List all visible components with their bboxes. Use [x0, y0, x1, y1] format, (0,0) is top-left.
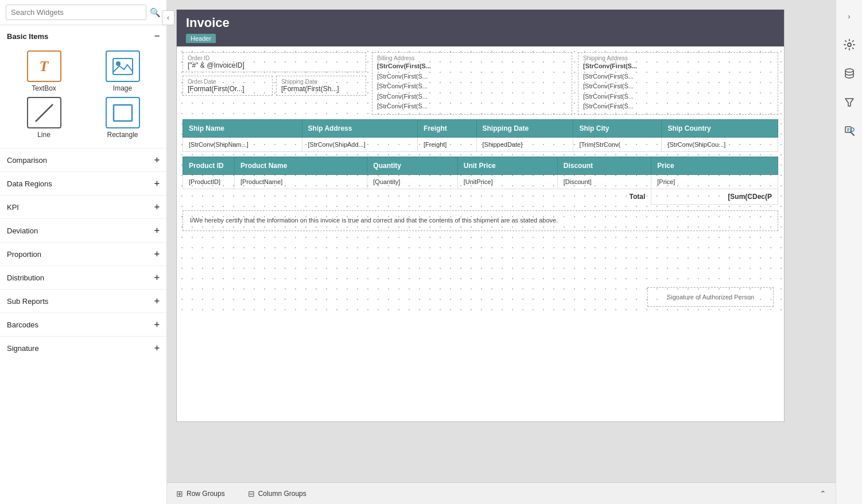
svg-marker-6	[845, 99, 853, 106]
report-body: Order ID ["#" & @InvoiceID] Order Date […	[177, 46, 784, 317]
svg-rect-0	[113, 58, 133, 75]
product-id-header: Product ID	[183, 157, 235, 174]
add-comparison-icon[interactable]: +	[154, 155, 160, 165]
ship-table-row: [StrConv(ShipNam...] [StrConv(ShipAdd...…	[183, 137, 778, 151]
add-signature-icon[interactable]: +	[154, 343, 160, 353]
rectangle-icon	[106, 97, 140, 128]
sidebar-item-comparison[interactable]: Comparison +	[0, 148, 166, 171]
add-sub-reports-icon[interactable]: +	[154, 296, 160, 306]
ship-name-cell: [StrConv(ShipNam...]	[183, 137, 302, 151]
product-name-header: Product Name	[235, 157, 367, 174]
search-input[interactable]	[6, 5, 146, 20]
line-label: Line	[37, 131, 51, 139]
basic-items-header: Basic Items −	[0, 25, 166, 46]
textbox-label: TextBox	[32, 84, 56, 92]
product-table-header-row: Product ID Product Name Quantity Unit Pr…	[183, 157, 778, 174]
column-groups-label: Column Groups	[258, 490, 306, 498]
gear-button[interactable]	[840, 36, 859, 54]
invoice-header-bar: Invoice Header	[177, 10, 784, 46]
quantity-cell: [Quantity]	[367, 174, 457, 189]
widget-image[interactable]: Image	[86, 50, 160, 92]
widget-grid: T TextBox Image	[0, 46, 166, 148]
ship-city-header: Ship City	[573, 119, 662, 137]
widget-line[interactable]: Line	[7, 97, 81, 139]
row-groups-section[interactable]: ⊞ Row Groups	[176, 489, 225, 498]
quantity-header: Quantity	[367, 157, 457, 174]
line-icon	[27, 97, 61, 128]
shipping-date-header: Shipping Date	[476, 119, 573, 137]
sidebar-item-data-regions[interactable]: Data Regions +	[0, 171, 166, 195]
shipped-date-cell: [ShippedDate]	[476, 137, 573, 151]
signature-box: Signature of Authorized Person	[647, 287, 774, 307]
svg-point-5	[845, 69, 853, 72]
sidebar-collapse-button[interactable]: ‹	[162, 10, 174, 25]
discount-header: Discount	[557, 157, 651, 174]
svg-line-2	[36, 104, 53, 122]
product-table-row: [ProductID] [ProductName] [Quantity] [Un…	[183, 174, 778, 189]
invoice-title: Invoice	[186, 15, 775, 30]
column-groups-section[interactable]: ⊟ Column Groups	[248, 489, 306, 498]
price-header: Price	[651, 157, 778, 174]
sidebar-item-distribution[interactable]: Distribution +	[0, 265, 166, 289]
order-id-label: Order ID	[188, 55, 361, 61]
shipping-date-value: [Format(First(Sh...]	[281, 85, 361, 93]
add-deviation-icon[interactable]: +	[154, 225, 160, 236]
row-groups-icon: ⊞	[176, 489, 183, 498]
svg-point-1	[116, 61, 121, 66]
right-collapse-button[interactable]: ›	[840, 7, 859, 25]
discount-cell: [Discount]	[557, 174, 651, 189]
widget-rectangle[interactable]: Rectangle	[86, 97, 160, 139]
search-button[interactable]: 🔍	[150, 7, 161, 18]
product-name-cell: [ProductName]	[235, 174, 367, 189]
edit-query-button[interactable]	[840, 122, 859, 140]
ship-country-cell: [StrConv(ShipCou...]	[662, 137, 778, 151]
order-date-value: [Format(First(Or...]	[188, 85, 267, 93]
bottom-collapse-button[interactable]: ⌃	[820, 489, 826, 498]
shipping-date-label: Shipping Date	[281, 79, 361, 85]
add-kpi-icon[interactable]: +	[154, 202, 160, 212]
right-toolbar: ›	[836, 0, 862, 504]
product-id-cell: [ProductID]	[183, 174, 235, 189]
unit-price-header: Unit Price	[457, 157, 557, 174]
price-cell: [Price]	[651, 174, 778, 189]
add-proportion-icon[interactable]: +	[154, 249, 160, 259]
image-icon	[106, 50, 140, 82]
product-table: Product ID Product Name Quantity Unit Pr…	[183, 157, 778, 205]
ship-address-header: Ship Address	[302, 119, 418, 137]
sidebar-item-sub-reports[interactable]: Sub Reports +	[0, 289, 166, 312]
svg-point-4	[848, 43, 851, 46]
shipping-address-lines: [StrConv(First(S... [StrConv(First(S... …	[583, 61, 773, 112]
empty-rows	[183, 237, 778, 283]
signature-text: Signature of Authorized Person	[667, 294, 754, 300]
filter-button[interactable]	[840, 93, 859, 111]
ship-city-cell: [Trim(StrConv(	[573, 137, 662, 151]
add-barcodes-icon[interactable]: +	[154, 319, 160, 330]
certification-text: I/We hereby certify that the information…	[190, 217, 558, 224]
freight-header: Freight	[418, 119, 476, 137]
sidebar-item-deviation[interactable]: Deviation +	[0, 218, 166, 242]
sidebar-item-signature[interactable]: Signature +	[0, 336, 166, 360]
widget-textbox[interactable]: T TextBox	[7, 50, 81, 92]
database-button[interactable]	[840, 64, 859, 83]
sidebar: 🔍 Basic Items − T TextBox	[0, 0, 167, 504]
sidebar-item-barcodes[interactable]: Barcodes +	[0, 312, 166, 336]
billing-address-lines: [StrConv(First(S... [StrConv(First(S... …	[377, 61, 567, 112]
add-distribution-icon[interactable]: +	[154, 272, 160, 283]
sidebar-item-kpi[interactable]: KPI +	[0, 195, 166, 218]
order-date-field: Order Date [Format(First(Or...]	[183, 76, 273, 96]
image-label: Image	[113, 84, 132, 92]
textbox-icon: T	[27, 50, 61, 82]
section-list: Comparison + Data Regions + KPI + Deviat…	[0, 148, 166, 504]
shipping-date-field: Shipping Date [Format(First(Sh...]	[276, 76, 366, 96]
report-canvas: Invoice Header Order ID ["#" & @InvoiceI…	[176, 9, 785, 422]
ship-table-header-row: Ship Name Ship Address Freight Shipping …	[183, 119, 778, 137]
column-groups-icon: ⊟	[248, 489, 255, 498]
collapse-basic-items-button[interactable]: −	[154, 31, 160, 41]
sidebar-item-proportion[interactable]: Proportion +	[0, 242, 166, 265]
row-groups-label: Row Groups	[187, 490, 225, 498]
billing-address-box: Billing Address [StrConv(First(S... [Str…	[372, 52, 572, 115]
add-data-regions-icon[interactable]: +	[154, 178, 160, 189]
unit-price-cell: [UnitPrice]	[457, 174, 557, 189]
order-id-value: ["#" & @InvoiceID]	[188, 61, 361, 69]
ship-country-header: Ship Country	[662, 119, 778, 137]
